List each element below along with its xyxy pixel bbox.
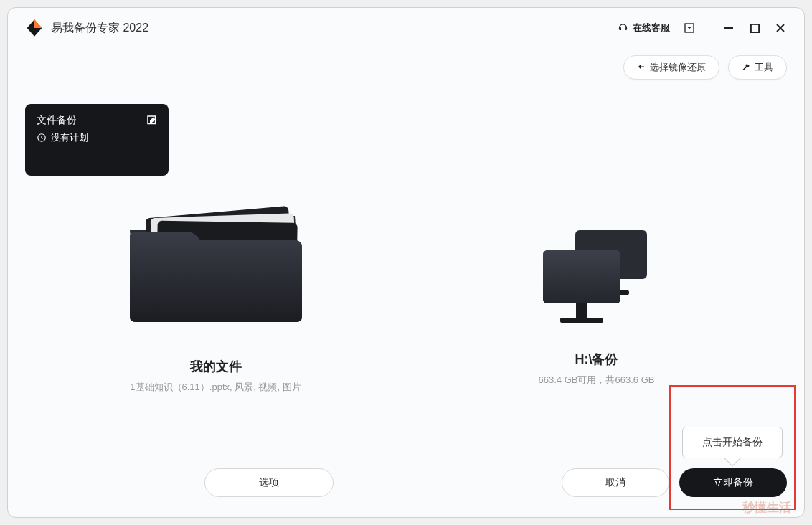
headset-icon [618, 23, 628, 34]
watermark: 秒懂生活 [742, 499, 791, 516]
toolbar: 选择镜像还原 工具 [8, 48, 804, 87]
edit-icon [146, 114, 159, 127]
options-label: 选项 [259, 476, 279, 488]
app-logo-icon [25, 19, 44, 37]
svg-rect-4 [750, 24, 758, 32]
dropdown-button[interactable] [683, 22, 696, 34]
svg-rect-14 [576, 303, 587, 318]
source-title: 我的文件 [190, 358, 242, 375]
close-button[interactable] [774, 22, 787, 34]
svg-rect-15 [560, 318, 603, 323]
source-panel[interactable]: 我的文件 1基础知识（6.11）.pptx, 风景, 视频, 图片 [25, 144, 406, 517]
backup-label: 立即备份 [713, 476, 753, 488]
chevron-box-icon [684, 22, 695, 34]
app-window: 易我备份专家 2022 在线客服 [7, 7, 805, 518]
destination-title: H:\备份 [575, 351, 618, 368]
minimize-button[interactable] [722, 22, 735, 34]
cancel-button[interactable]: 取消 [562, 468, 669, 497]
destination-icon [536, 223, 658, 338]
task-card[interactable]: 文件备份 没有计划 [25, 104, 169, 176]
backup-tooltip: 点击开始备份 [682, 427, 783, 458]
footer: 选项 取消 立即备份 [8, 468, 804, 497]
restore-image-button[interactable]: 选择镜像还原 [623, 55, 719, 80]
wrench-icon [742, 63, 750, 72]
destination-detail: 663.4 GB可用，共663.6 GB [539, 374, 655, 387]
task-edit-button[interactable] [146, 114, 159, 127]
source-detail: 1基础知识（6.11）.pptx, 风景, 视频, 图片 [130, 381, 301, 394]
cancel-label: 取消 [605, 476, 625, 488]
maximize-icon [750, 24, 760, 33]
support-label: 在线客服 [633, 22, 670, 34]
app-title: 易我备份专家 2022 [51, 21, 148, 36]
title-right: 在线客服 [618, 22, 787, 34]
svg-marker-1 [34, 19, 42, 28]
support-link[interactable]: 在线客服 [618, 22, 670, 34]
backup-now-button[interactable]: 立即备份 [679, 468, 787, 497]
restore-arrow-icon [637, 63, 646, 72]
title-left: 易我备份专家 2022 [25, 19, 148, 37]
svg-rect-13 [543, 250, 620, 303]
tools-button[interactable]: 工具 [728, 55, 787, 80]
tooltip-text: 点击开始备份 [702, 436, 763, 449]
minimize-icon [724, 23, 734, 33]
restore-label: 选择镜像还原 [650, 61, 706, 74]
schedule-text: 没有计划 [51, 131, 88, 144]
task-card-title: 文件备份 [37, 114, 157, 127]
footer-right: 取消 立即备份 [562, 468, 787, 497]
tools-label: 工具 [755, 61, 773, 74]
task-card-schedule: 没有计划 [37, 131, 157, 144]
close-icon [775, 23, 785, 33]
clock-icon [37, 133, 47, 143]
titlebar: 易我备份专家 2022 在线客服 [8, 8, 804, 48]
options-button[interactable]: 选项 [204, 468, 334, 497]
divider [709, 22, 709, 34]
maximize-button[interactable] [748, 22, 761, 34]
svg-rect-3 [724, 27, 733, 29]
folder-icon [108, 173, 324, 345]
